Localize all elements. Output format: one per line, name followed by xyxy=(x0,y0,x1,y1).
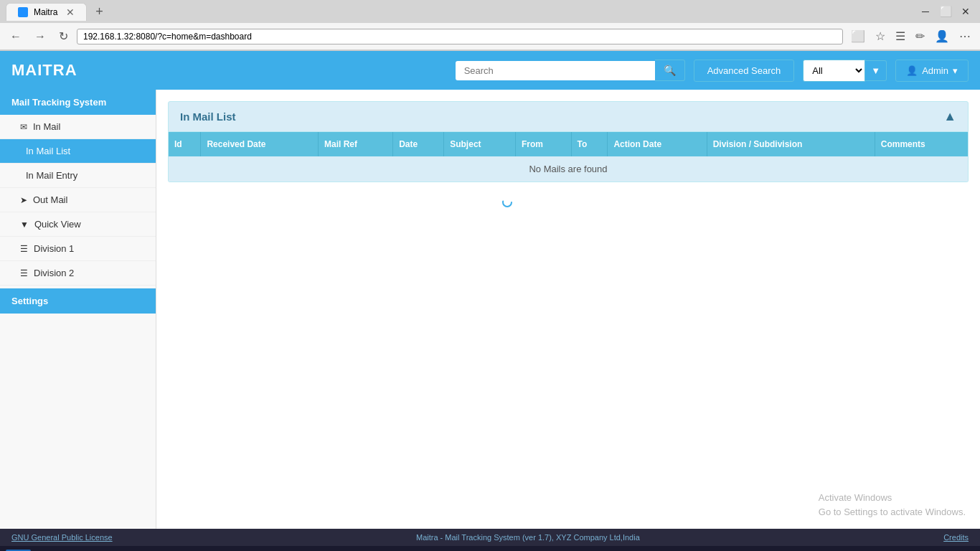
mail-table: Id Received Date Mail Ref Date Subject F… xyxy=(169,132,968,182)
notes-btn[interactable]: ✏ xyxy=(912,28,928,44)
footer-license-link[interactable]: GNU General Public License xyxy=(11,533,113,542)
main-content: In Mail List ▲ Id Received Date Mail Ref… xyxy=(156,90,980,529)
section-toggle-btn[interactable]: ▲ xyxy=(943,109,956,124)
filter-select[interactable]: All In Mail Out Mail xyxy=(803,60,865,82)
user-icon: 👤 xyxy=(906,65,918,76)
loading-area xyxy=(168,182,969,225)
mail-table-header-row: Id Received Date Mail Ref Date Subject F… xyxy=(169,132,968,156)
sidebar-item-quick-view-label: Quick View xyxy=(34,219,81,230)
sidebar-settings-label: Settings xyxy=(11,296,48,306)
col-mail-ref: Mail Ref xyxy=(319,132,393,156)
filter-icon: ▼ xyxy=(20,220,29,230)
search-bar-wrap: 🔍 xyxy=(456,60,685,81)
hub-btn[interactable]: ☰ xyxy=(892,28,909,44)
mail-table-head: Id Received Date Mail Ref Date Subject F… xyxy=(169,132,968,156)
list-icon-1: ☰ xyxy=(20,244,28,254)
loading-indicator xyxy=(501,197,513,208)
favorites-btn[interactable]: ☆ xyxy=(872,28,889,44)
address-input[interactable] xyxy=(77,29,843,44)
sidebar-item-in-mail-entry[interactable]: In Mail Entry xyxy=(0,164,156,188)
mail-table-wrap: Id Received Date Mail Ref Date Subject F… xyxy=(168,132,969,182)
section-header: In Mail List ▲ xyxy=(168,101,969,132)
app-footer: GNU General Public License Maitra - Mail… xyxy=(0,529,980,546)
sidebar-item-out-mail-label: Out Mail xyxy=(33,194,67,205)
sidebar-item-division-2[interactable]: ☰ Division 2 xyxy=(0,261,156,286)
footer-credits-link[interactable]: Credits xyxy=(943,533,969,542)
arrow-right-icon: ➤ xyxy=(20,195,27,205)
taskbar: ⊞ 🔍 ⬜ 🌐 Maitra e 📁 🛍 FZ 🌐 ▲ 📶 🛡 ☁ 🔊 ⌨ EN… xyxy=(0,546,980,551)
footer-app-info: Maitra - Mail Tracking System (ver 1.7),… xyxy=(416,533,640,542)
section-title: In Mail List xyxy=(180,110,236,123)
sidebar-item-out-mail[interactable]: ➤ Out Mail xyxy=(0,188,156,212)
sidebar-item-division-1[interactable]: ☰ Division 1 xyxy=(0,237,156,261)
mail-table-body: No Mails are found xyxy=(169,156,968,182)
user-label: Admin xyxy=(922,65,948,76)
maximize-btn[interactable]: ⬜ xyxy=(937,4,954,19)
back-btn[interactable]: ← xyxy=(6,29,26,44)
refresh-btn[interactable]: ↻ xyxy=(55,28,72,44)
sidebar-item-in-mail-list-label: In Mail List xyxy=(26,146,70,156)
advanced-search-button[interactable]: Advanced Search xyxy=(694,60,795,82)
col-id: Id xyxy=(169,132,201,156)
col-received-date: Received Date xyxy=(201,132,319,156)
browser-chrome: Maitra ✕ + ─ ⬜ ✕ ← → ↻ ⬜ ☆ ☰ ✏ 👤 ⋯ xyxy=(0,0,980,51)
sidebar-item-division-2-label: Division 2 xyxy=(34,268,74,278)
sidebar-section-mail-tracking[interactable]: Mail Tracking System xyxy=(0,90,156,115)
loading-spinner-icon xyxy=(501,197,513,208)
user-menu-button[interactable]: 👤 Admin ▾ xyxy=(895,60,969,82)
forward-btn[interactable]: → xyxy=(30,29,50,44)
col-division: Division / Subdivision xyxy=(707,132,875,156)
col-action-date: Action Date xyxy=(608,132,707,156)
filter-select-wrap: All In Mail Out Mail ▼ xyxy=(803,60,887,82)
col-subject: Subject xyxy=(444,132,516,156)
more-btn[interactable]: ⋯ xyxy=(956,28,974,44)
profile-btn[interactable]: 👤 xyxy=(931,28,953,44)
search-input[interactable] xyxy=(456,61,655,80)
sidebar-item-in-mail-list[interactable]: In Mail List xyxy=(0,139,156,164)
list-icon-2: ☰ xyxy=(20,268,28,278)
user-dropdown-arrow: ▾ xyxy=(953,65,958,76)
app-header: MAITRA 🔍 Advanced Search All In Mail Out… xyxy=(0,51,980,90)
browser-titlebar: Maitra ✕ + ─ ⬜ ✕ xyxy=(0,0,980,23)
empty-message: No Mails are found xyxy=(169,156,968,182)
tab-title: Maitra xyxy=(34,7,57,17)
reader-view-btn[interactable]: ⬜ xyxy=(847,28,869,44)
browser-tools: ⬜ ☆ ☰ ✏ 👤 ⋯ xyxy=(847,28,974,44)
app-logo: MAITRA xyxy=(11,61,77,80)
new-tab-btn[interactable]: + xyxy=(91,4,108,19)
tab-close-btn[interactable]: ✕ xyxy=(66,6,75,18)
app-body: Mail Tracking System ✉ In Mail In Mail L… xyxy=(0,90,980,529)
sidebar-item-in-mail-label: In Mail xyxy=(33,121,60,132)
sidebar-item-settings[interactable]: Settings xyxy=(0,288,156,314)
col-to: To xyxy=(571,132,608,156)
svg-point-0 xyxy=(503,198,512,207)
sidebar-section-title-label: Mail Tracking System xyxy=(11,97,106,108)
browser-tab[interactable]: Maitra ✕ xyxy=(6,3,87,21)
col-date: Date xyxy=(393,132,444,156)
sidebar: Mail Tracking System ✉ In Mail In Mail L… xyxy=(0,90,156,529)
minimize-btn[interactable]: ─ xyxy=(917,4,934,19)
sidebar-item-quick-view[interactable]: ▼ Quick View xyxy=(0,212,156,237)
filter-dropdown-arrow[interactable]: ▼ xyxy=(865,60,887,81)
col-comments: Comments xyxy=(875,132,968,156)
sidebar-item-in-mail-entry-label: In Mail Entry xyxy=(26,170,77,181)
envelope-icon: ✉ xyxy=(20,122,27,132)
sidebar-item-division-1-label: Division 1 xyxy=(34,243,74,254)
sidebar-item-in-mail[interactable]: ✉ In Mail xyxy=(0,115,156,139)
window-controls: ─ ⬜ ✕ xyxy=(917,4,974,19)
browser-addressbar: ← → ↻ ⬜ ☆ ☰ ✏ 👤 ⋯ xyxy=(0,23,980,50)
tab-favicon xyxy=(18,7,28,17)
close-btn[interactable]: ✕ xyxy=(957,4,974,19)
search-button[interactable]: 🔍 xyxy=(655,60,685,81)
mail-table-empty-row: No Mails are found xyxy=(169,156,968,182)
col-from: From xyxy=(515,132,571,156)
